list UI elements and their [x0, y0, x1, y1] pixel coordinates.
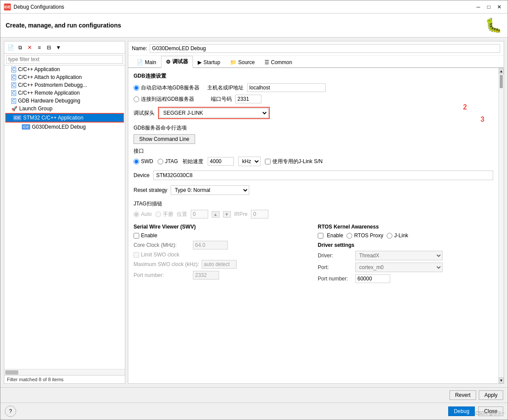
- tree-item-stm32-app[interactable]: IDE STM32 C/C++ Application: [6, 114, 123, 122]
- swd-label[interactable]: SWD: [134, 158, 153, 164]
- gdb-remote-label[interactable]: 连接到远程GDB服务器: [134, 96, 194, 103]
- tab-main[interactable]: 📄 Main: [132, 56, 161, 68]
- host-label: 主机名或IP地址: [207, 84, 244, 92]
- swv-enable-row: Enable: [134, 232, 309, 239]
- tree-item-label: C/C++ Application: [18, 66, 60, 72]
- close-window-button[interactable]: ✕: [494, 3, 504, 11]
- jtag-manual-radio[interactable]: [155, 212, 161, 217]
- jtag-auto-radio[interactable]: [134, 212, 139, 217]
- right-panel: Name: 📄 Main ⚙ 调试器 ▶ Startup 📁: [128, 41, 504, 384]
- gdb-remote-radio[interactable]: [134, 96, 139, 102]
- revert-button[interactable]: Revert: [450, 390, 476, 400]
- collapse-all-button[interactable]: ⊟: [45, 43, 53, 52]
- swv-port-input[interactable]: [193, 271, 219, 280]
- tree-item-c-cpp-app[interactable]: C C/C++ Application: [4, 65, 125, 73]
- jlink-sn-label[interactable]: 使用专用的J-Link S/N: [265, 158, 323, 165]
- apply-button[interactable]: Apply: [479, 390, 503, 400]
- tab-startup[interactable]: ▶ Startup: [193, 56, 225, 68]
- maximize-button[interactable]: □: [484, 3, 494, 11]
- new-config-button[interactable]: 📄: [6, 43, 15, 52]
- core-clock-label: Core Clock (MHz):: [134, 242, 190, 248]
- driver-row: Driver: ThreadX: [318, 251, 493, 260]
- left-hscroll[interactable]: [4, 369, 125, 375]
- show-command-line-button[interactable]: Show Command Line: [134, 134, 195, 144]
- scroll-track[interactable]: [499, 74, 504, 377]
- jtag-manual-text: 手册: [163, 211, 173, 218]
- speed-unit-select[interactable]: kHz: [238, 157, 261, 166]
- gdb-local-label[interactable]: 自动启动本地GDB服务器: [134, 84, 199, 92]
- max-swo-input[interactable]: [202, 260, 237, 269]
- jtag-radio[interactable]: [158, 159, 163, 164]
- scroll-thumb[interactable]: [500, 75, 503, 88]
- swv-col: Serial Wire Viewer (SWV) Enable Core Clo…: [134, 224, 309, 285]
- filter-dropdown-button[interactable]: ▼: [54, 43, 63, 52]
- limit-swo-checkbox[interactable]: [134, 252, 139, 258]
- minimize-button[interactable]: ─: [474, 3, 483, 11]
- tab-debug[interactable]: ⚙ 调试器: [161, 56, 193, 68]
- swd-radio[interactable]: [134, 159, 139, 164]
- speed-input[interactable]: [208, 157, 234, 166]
- rtos-proxy-radio[interactable]: [347, 233, 352, 239]
- title-bar: IDE Debug Configurations ─ □ ✕: [0, 0, 508, 14]
- c-icon: C: [11, 75, 16, 80]
- tree-item-gdb-hardware[interactable]: C GDB Hardware Debugging: [4, 97, 125, 105]
- probe-select[interactable]: SEGGER J-LINK OpenOCD: [159, 108, 268, 118]
- jtag-irpre-label: IRPre: [234, 211, 248, 217]
- tree-item-c-cpp-attach[interactable]: C C/C++ Attach to Application: [4, 73, 125, 81]
- port2-select[interactable]: cortex_m0: [355, 263, 443, 272]
- swv-enable-checkbox[interactable]: [134, 233, 139, 239]
- driver-select[interactable]: ThreadX: [355, 251, 443, 260]
- rtos-jlink-radio[interactable]: [387, 233, 392, 239]
- jtag-label[interactable]: JTAG: [158, 158, 178, 164]
- port-num2-input[interactable]: [355, 274, 390, 283]
- tree-item-label: GDB Hardware Debugging: [18, 98, 80, 104]
- tab-source[interactable]: 📁 Source: [225, 56, 260, 68]
- filter-button[interactable]: ≡: [35, 43, 44, 52]
- swv-title: Serial Wire Viewer (SWV): [134, 224, 309, 230]
- delete-config-button[interactable]: ✕: [25, 43, 34, 52]
- name-label: Name:: [132, 45, 147, 51]
- device-row: Device: [134, 171, 493, 180]
- right-scrollbar[interactable]: ▲ ▼: [498, 68, 504, 383]
- jtag-irpre-input[interactable]: [251, 210, 268, 219]
- jtag-section: JTAG扫描链 Auto 手册 位置: [134, 200, 493, 219]
- port-input[interactable]: [235, 95, 261, 103]
- filter-input[interactable]: [6, 55, 123, 64]
- tab-startup-label: Startup: [203, 59, 220, 65]
- tab-common[interactable]: ☰ Common: [260, 56, 297, 68]
- help-button[interactable]: ?: [5, 406, 16, 417]
- duplicate-config-button[interactable]: ⧉: [16, 43, 24, 52]
- title-bar-left: IDE Debug Configurations: [4, 3, 64, 10]
- host-input[interactable]: [247, 83, 326, 92]
- rtos-enable-checkbox[interactable]: [318, 233, 323, 239]
- reset-select[interactable]: Type 0: Normal Type 1: Core: [171, 185, 249, 195]
- tab-debug-label: 调试器: [172, 58, 188, 65]
- jlink-sn-checkbox[interactable]: [265, 159, 271, 164]
- jtag-pos-down[interactable]: ▼: [223, 211, 231, 218]
- swv-port-row: Port number:: [134, 271, 309, 280]
- rtos-jlink-label[interactable]: J-Link: [387, 232, 408, 239]
- main-content: 📄 ⧉ ✕ ≡ ⊟ ▼ C C/C++ Application C C/C+: [0, 38, 508, 387]
- jtag-auto-label[interactable]: Auto: [134, 211, 152, 217]
- rtos-proxy-label[interactable]: RTOS Proxy: [347, 232, 383, 239]
- debug-button[interactable]: Debug: [448, 406, 475, 416]
- tab-debug-icon: ⚙: [166, 59, 171, 65]
- speed-label: 初始速度: [182, 158, 203, 165]
- core-clock-input[interactable]: [193, 241, 228, 249]
- interface-title: 接口: [134, 147, 493, 155]
- device-input[interactable]: [153, 171, 493, 180]
- scroll-down-button[interactable]: ▼: [499, 377, 504, 383]
- c-icon: C: [11, 67, 16, 72]
- jtag-pos-input[interactable]: [191, 210, 208, 219]
- jtag-manual-label[interactable]: 手册: [155, 211, 173, 218]
- tree-item-launch-group[interactable]: 🚀 Launch Group: [4, 105, 125, 113]
- tree-item-c-cpp-remote[interactable]: C C/C++ Remote Application: [4, 89, 125, 97]
- jtag-title: JTAG扫描链: [134, 200, 493, 208]
- scroll-up-button[interactable]: ▲: [499, 68, 504, 74]
- jtag-pos-up[interactable]: ▲: [212, 211, 220, 218]
- tree-item-c-cpp-postmortem[interactable]: C C/C++ Postmortem Debugg...: [4, 81, 125, 89]
- tree-item-g030demo[interactable]: IDE G030DemoLED Debug: [4, 123, 125, 131]
- name-input[interactable]: [150, 44, 500, 53]
- gdb-local-radio[interactable]: [134, 85, 139, 91]
- c-icon: C: [11, 90, 16, 96]
